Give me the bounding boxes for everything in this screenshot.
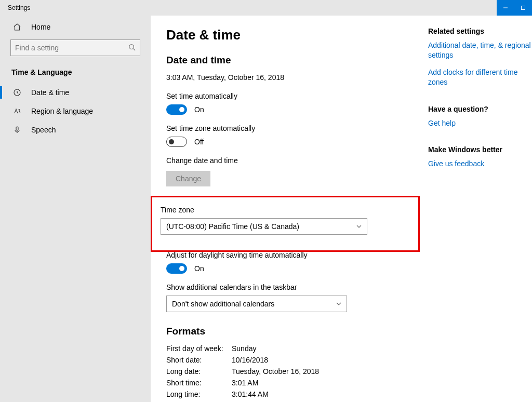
- right-panel: Related settings Additional date, time, …: [428, 16, 532, 402]
- timezone-value: (UTC-08:00) Pacific Time (US & Canada): [166, 222, 299, 231]
- link-get-help[interactable]: Get help: [428, 118, 532, 128]
- current-datetime: 3:03 AM, Tuesday, October 16, 2018: [166, 73, 413, 82]
- auto-tz-label: Set time zone automatically: [166, 124, 413, 132]
- timezone-highlight: Time zone (UTC-08:00) Pacific Time (US &…: [151, 196, 420, 252]
- sidebar-category: Time & Language: [0, 61, 151, 83]
- chevron-down-icon: [336, 300, 341, 308]
- format-value: Tuesday, October 16, 2018: [232, 367, 413, 376]
- format-value: 3:01:44 AM: [232, 390, 413, 398]
- svg-rect-5: [16, 127, 18, 130]
- section-heading-date-time: Date and time: [166, 55, 413, 66]
- format-key: Long time:: [166, 390, 232, 398]
- tz-label: Time zone: [161, 206, 410, 214]
- format-value: 3:01 AM: [232, 379, 413, 387]
- svg-point-2: [129, 44, 134, 49]
- main-pane: Date & time Date and time 3:03 AM, Tuesd…: [151, 16, 428, 402]
- formats-section: Formats First day of week: Sunday Short …: [166, 326, 413, 398]
- window-title: Settings: [0, 4, 30, 11]
- dst-label: Adjust for daylight saving time automati…: [166, 251, 413, 259]
- search-box[interactable]: [10, 39, 140, 56]
- format-key: Long date:: [166, 367, 232, 376]
- search-wrap: [0, 36, 151, 61]
- format-key: First day of week:: [166, 344, 232, 353]
- sidebar-item-date-time[interactable]: Date & time: [0, 83, 151, 102]
- timezone-select[interactable]: (UTC-08:00) Pacific Time (US & Canada): [161, 218, 367, 235]
- search-input[interactable]: [15, 44, 128, 52]
- link-feedback[interactable]: Give us feedback: [428, 159, 532, 169]
- format-key: Short date:: [166, 356, 232, 364]
- window-buttons: [497, 0, 532, 16]
- formats-table: First day of week: Sunday Short date: 10…: [166, 344, 413, 398]
- svg-rect-1: [522, 6, 525, 10]
- maximize-button[interactable]: [514, 0, 532, 16]
- sidebar-item-label: Speech: [31, 126, 56, 134]
- chevron-down-icon: [356, 222, 362, 231]
- calendars-label: Show additional calendars in the taskbar: [166, 283, 413, 291]
- home-link[interactable]: Home: [0, 18, 151, 36]
- calendars-select[interactable]: Don't show additional calendars: [166, 296, 347, 312]
- auto-time-state: On: [194, 105, 204, 114]
- link-additional-date-time[interactable]: Additional date, time, & regional settin…: [428, 41, 532, 60]
- section-heading-formats: Formats: [166, 326, 413, 337]
- related-settings-heading: Related settings: [428, 27, 532, 35]
- microphone-icon: [12, 126, 22, 134]
- calendars-value: Don't show additional calendars: [172, 300, 274, 308]
- auto-time-toggle[interactable]: [166, 104, 187, 115]
- home-label: Home: [31, 23, 50, 31]
- sidebar-item-label: Region & language: [31, 107, 93, 115]
- auto-time-label: Set time automatically: [166, 92, 413, 100]
- search-icon: [128, 44, 136, 52]
- format-key: Short time:: [166, 379, 232, 387]
- change-datetime-button: Change: [166, 171, 210, 186]
- dst-state: On: [194, 264, 204, 273]
- home-icon: [12, 23, 22, 31]
- sidebar-item-speech[interactable]: Speech: [0, 120, 151, 139]
- app-body: Home Time & Language Date & time: [0, 16, 532, 402]
- svg-line-3: [134, 48, 136, 50]
- minimize-button[interactable]: [497, 0, 514, 16]
- link-add-clocks[interactable]: Add clocks for different time zones: [428, 68, 532, 87]
- dst-toggle[interactable]: [166, 263, 187, 274]
- feedback-heading: Make Windows better: [428, 145, 532, 154]
- language-icon: [12, 107, 22, 115]
- content: Date & time Date and time 3:03 AM, Tuesd…: [151, 16, 532, 402]
- auto-tz-toggle[interactable]: [166, 137, 187, 147]
- clock-icon: [12, 88, 22, 97]
- page-title: Date & time: [166, 27, 413, 43]
- sidebar-item-region-language[interactable]: Region & language: [0, 102, 151, 120]
- format-value: Sunday: [232, 344, 413, 353]
- sidebar: Home Time & Language Date & time: [0, 16, 151, 402]
- auto-tz-state: Off: [194, 138, 204, 146]
- question-heading: Have a question?: [428, 105, 532, 113]
- format-value: 10/16/2018: [232, 356, 413, 364]
- change-dt-label: Change date and time: [166, 156, 413, 165]
- window-titlebar: Settings: [0, 0, 532, 16]
- sidebar-item-label: Date & time: [31, 88, 69, 97]
